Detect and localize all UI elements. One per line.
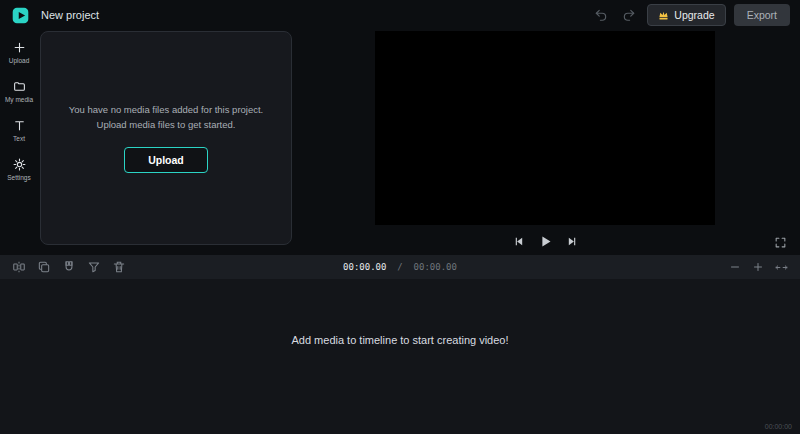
zoom-in-button[interactable] bbox=[749, 258, 767, 276]
app-logo bbox=[12, 7, 29, 24]
gear-icon bbox=[13, 157, 26, 172]
fullscreen-icon bbox=[774, 236, 787, 249]
media-panel: You have no media files added for this p… bbox=[40, 31, 292, 245]
redo-button[interactable] bbox=[619, 5, 639, 25]
sidebar-item-settings[interactable]: Settings bbox=[0, 157, 38, 181]
split-icon bbox=[12, 260, 26, 274]
upload-button[interactable]: Upload bbox=[124, 147, 208, 173]
duplicate-icon bbox=[37, 260, 51, 274]
play-icon bbox=[538, 234, 553, 249]
magnet-icon bbox=[62, 260, 76, 274]
timecode-display: 00:00.00 / 00:00.00 bbox=[343, 262, 457, 272]
timeline-toolbar: 00:00.00 / 00:00.00 bbox=[0, 255, 800, 279]
skip-to-end-icon bbox=[567, 236, 578, 247]
fit-to-screen-icon bbox=[775, 261, 788, 274]
top-bar: New project Upgrade Export bbox=[0, 0, 800, 30]
sidebar-item-label: Upload bbox=[9, 57, 30, 64]
delete-button[interactable] bbox=[110, 258, 128, 276]
sidebar-item-label: My media bbox=[5, 96, 33, 103]
playback-controls bbox=[375, 232, 715, 250]
sidebar-item-label: Text bbox=[13, 135, 25, 142]
minus-icon bbox=[729, 261, 741, 273]
play-button[interactable] bbox=[536, 232, 554, 250]
plus-icon bbox=[752, 261, 764, 273]
filter-icon bbox=[87, 260, 101, 274]
export-button[interactable]: Export bbox=[734, 4, 790, 26]
sidebar-item-text[interactable]: Text bbox=[0, 118, 38, 142]
crown-icon bbox=[658, 10, 669, 21]
fullscreen-button[interactable] bbox=[770, 232, 790, 252]
undo-button[interactable] bbox=[591, 5, 611, 25]
undo-icon bbox=[594, 8, 608, 22]
skip-to-start-button[interactable] bbox=[509, 232, 527, 250]
video-editor-app: New project Upgrade Export bbox=[0, 0, 800, 434]
zoom-controls bbox=[726, 258, 790, 276]
empty-media-message-line2: Upload media files to get started. bbox=[69, 118, 264, 133]
sidebar-item-label: Settings bbox=[7, 174, 31, 181]
zoom-out-button[interactable] bbox=[726, 258, 744, 276]
plus-icon bbox=[13, 40, 26, 55]
fit-zoom-button[interactable] bbox=[772, 258, 790, 276]
redo-icon bbox=[622, 8, 636, 22]
folder-icon bbox=[13, 79, 26, 94]
split-button[interactable] bbox=[10, 258, 28, 276]
sidebar: Upload My media Text Settings bbox=[0, 30, 38, 255]
sidebar-item-upload[interactable]: Upload bbox=[0, 40, 38, 64]
timeline-empty-message: Add media to timeline to start creating … bbox=[291, 334, 508, 346]
empty-media-message-line1: You have no media files added for this p… bbox=[69, 103, 264, 118]
trash-icon bbox=[112, 260, 126, 274]
upgrade-button[interactable]: Upgrade bbox=[647, 4, 725, 26]
workspace: Upload My media Text Settings bbox=[0, 30, 800, 255]
text-icon bbox=[13, 118, 26, 133]
watermark: 00:00:00 bbox=[765, 423, 792, 430]
filter-button[interactable] bbox=[85, 258, 103, 276]
skip-to-start-icon bbox=[513, 236, 524, 247]
snap-button[interactable] bbox=[60, 258, 78, 276]
duplicate-button[interactable] bbox=[35, 258, 53, 276]
project-title: New project bbox=[41, 9, 99, 21]
timeline-area[interactable]: Add media to timeline to start creating … bbox=[0, 279, 800, 434]
total-time: 00:00.00 bbox=[414, 262, 457, 272]
skip-to-end-button[interactable] bbox=[563, 232, 581, 250]
video-preview bbox=[375, 31, 715, 225]
sidebar-item-my-media[interactable]: My media bbox=[0, 79, 38, 103]
current-time: 00:00.00 bbox=[343, 262, 386, 272]
upgrade-label: Upgrade bbox=[674, 9, 714, 21]
